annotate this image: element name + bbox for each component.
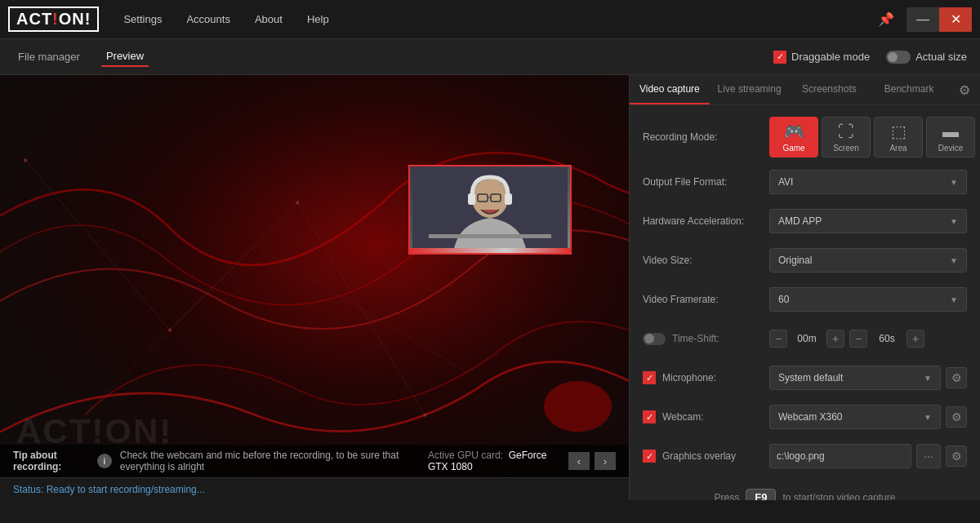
timeshift-toggle[interactable] (643, 333, 666, 345)
webcam-arrow-icon: ▼ (924, 413, 932, 422)
actual-size-toggle[interactable] (886, 51, 911, 64)
hw-accel-value: AMD APP (778, 215, 822, 227)
timeshift-min-value: 00m (791, 333, 823, 344)
output-format-control: AVI ▼ (769, 170, 967, 194)
overlay-settings-icon[interactable]: ⚙ (946, 445, 967, 467)
hw-accel-label: Hardware Acceleration: (643, 215, 769, 227)
microphone-value: System default (778, 372, 843, 383)
webcam-settings-icon[interactable]: ⚙ (946, 406, 967, 428)
key-badge: F9 (746, 489, 776, 500)
video-size-dropdown[interactable]: Original ▼ (769, 248, 967, 273)
title-bar: ACT!ON! Settings Accounts About Help 📌 —… (0, 0, 980, 39)
timeshift-seconds-group: − 60s + (849, 330, 924, 348)
file-manager-tab[interactable]: File manager (13, 47, 85, 66)
press-key-bar: Press F9 to start/stop video capture (643, 481, 967, 500)
status-bar: Status: Ready to start recording/streami… (0, 477, 629, 500)
svg-point-7 (168, 328, 172, 331)
webcam-value: Webcam X360 (778, 411, 843, 423)
microphone-settings-icon[interactable]: ⚙ (946, 367, 967, 388)
webcam-row: ✓ Webcam: Webcam X360 ▼ ⚙ (643, 402, 967, 432)
toolbar-right: ✓ Draggable mode Actual size (773, 51, 967, 64)
overlay-row: ✓ Graphics overlay c:\logo.png ··· ⚙ (643, 441, 967, 471)
close-button[interactable]: ✕ (939, 7, 972, 32)
mode-device-label: Device (938, 144, 964, 153)
nav-menu: Settings Accounts About Help (123, 10, 878, 29)
preview-background: ACT!ON! (0, 75, 629, 500)
press-suffix: to start/stop video capture (782, 492, 895, 501)
recording-mode-label: Recording Mode: (643, 131, 769, 143)
video-size-label: Video Size: (643, 255, 769, 266)
actual-size-label[interactable]: Actual size (886, 51, 967, 64)
tab-benchmark[interactable]: Benchmark (869, 75, 949, 104)
mode-area-button[interactable]: ⬚ Area (874, 117, 923, 157)
mode-area-label: Area (889, 144, 906, 153)
webcam-control: Webcam X360 ▼ ⚙ (769, 405, 967, 429)
status-text: Status: Ready to start recording/streami… (13, 484, 205, 495)
overlay-browse-button[interactable]: ··· (916, 444, 941, 468)
preview-area: ACT!ON! Tip about recording: i Check the… (0, 75, 629, 500)
area-icon: ⬚ (891, 122, 906, 141)
draggable-mode-checkbox[interactable]: ✓ (773, 51, 786, 64)
svg-rect-15 (505, 193, 512, 205)
svg-point-10 (544, 381, 612, 432)
minimize-button[interactable]: — (906, 7, 939, 32)
dropdown-arrow-icon: ▼ (950, 178, 958, 187)
mic-arrow-icon: ▼ (924, 374, 932, 383)
mode-buttons: 🎮 Game ⛶ Screen ⬚ Area ▬ (769, 117, 975, 157)
mode-device-button[interactable]: ▬ Device (926, 117, 975, 157)
overlay-path-value: c:\logo.png (769, 444, 911, 468)
svg-rect-19 (429, 234, 551, 238)
tip-text: Check the webcam and mic before the reco… (120, 450, 412, 472)
toolbar: File manager Preview ✓ Draggable mode Ac… (0, 39, 980, 75)
overlay-checkbox[interactable]: ✓ (643, 450, 656, 463)
tip-prev-button[interactable]: ‹ (568, 452, 590, 470)
tab-video-capture[interactable]: Video capture (630, 75, 710, 104)
webcam-checkbox[interactable]: ✓ (643, 410, 656, 423)
hw-accel-dropdown[interactable]: AMD APP ▼ (769, 209, 967, 233)
mode-game-label: Game (782, 144, 804, 153)
video-size-arrow-icon: ▼ (950, 256, 958, 265)
timeshift-sec-value: 60s (871, 333, 903, 344)
microphone-dropdown[interactable]: System default ▼ (769, 366, 941, 390)
timeshift-sec-increase[interactable]: + (906, 330, 924, 348)
microphone-checkbox[interactable]: ✓ (643, 371, 656, 384)
mode-game-button[interactable]: 🎮 Game (769, 117, 818, 157)
output-format-value: AVI (778, 176, 793, 188)
svg-point-8 (296, 201, 299, 204)
draggable-mode-label[interactable]: ✓ Draggable mode (773, 51, 870, 64)
preview-tab[interactable]: Preview (101, 47, 149, 67)
tip-next-button[interactable]: › (595, 452, 616, 470)
mode-screen-button[interactable]: ⛶ Screen (822, 117, 871, 157)
pin-icon[interactable]: 📌 (878, 11, 894, 27)
framerate-arrow-icon: ▼ (950, 295, 958, 304)
tab-screenshots[interactable]: Screenshots (790, 75, 870, 104)
timeshift-sec-decrease[interactable]: − (849, 330, 867, 348)
webcam-label: ✓ Webcam: (643, 410, 769, 423)
framerate-control: 60 ▼ (769, 287, 967, 312)
output-format-dropdown[interactable]: AVI ▼ (769, 170, 967, 194)
recording-mode-control: 🎮 Game ⛶ Screen ⬚ Area ▬ (769, 117, 975, 157)
tip-bar: Tip about recording: i Check the webcam … (0, 445, 629, 477)
video-size-control: Original ▼ (769, 248, 967, 273)
framerate-value: 60 (778, 294, 789, 305)
main-layout: ACT!ON! Tip about recording: i Check the… (0, 75, 980, 500)
timeshift-min-decrease[interactable]: − (769, 330, 787, 348)
microphone-row: ✓ Microphone: System default ▼ ⚙ (643, 363, 967, 392)
nav-accounts[interactable]: Accounts (186, 10, 229, 29)
tab-live-streaming[interactable]: Live streaming (710, 75, 790, 104)
timeshift-min-increase[interactable]: + (826, 330, 844, 348)
hw-accel-control: AMD APP ▼ (769, 209, 967, 233)
timeshift-text-label: Time-Shift: (672, 333, 719, 344)
nav-settings[interactable]: Settings (123, 10, 162, 29)
hw-accel-row: Hardware Acceleration: AMD APP ▼ (643, 206, 967, 236)
nav-about[interactable]: About (255, 10, 283, 29)
panel-settings-icon[interactable]: ⚙ (949, 76, 980, 104)
framerate-dropdown[interactable]: 60 ▼ (769, 287, 967, 312)
mode-screen-label: Screen (833, 144, 859, 153)
timeshift-label: Time-Shift: (643, 333, 769, 345)
nav-help[interactable]: Help (307, 10, 329, 29)
webcam-overlay[interactable] (408, 165, 572, 255)
screen-icon: ⛶ (838, 122, 854, 141)
webcam-dropdown[interactable]: Webcam X360 ▼ (769, 405, 941, 429)
svg-point-6 (24, 158, 27, 162)
